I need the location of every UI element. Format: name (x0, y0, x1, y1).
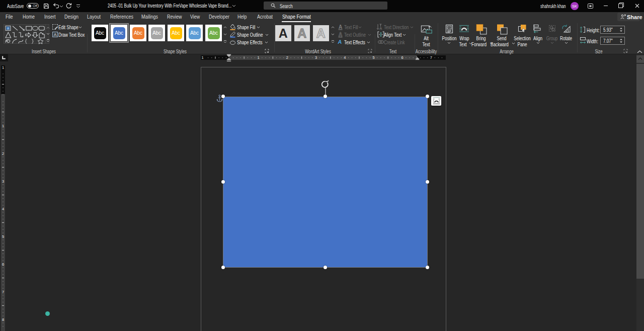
svg-text:6: 6 (2, 262, 4, 267)
svg-text:1: 1 (2, 65, 4, 70)
svg-text:3: 3 (315, 55, 317, 60)
svg-text:2: 2 (2, 151, 4, 156)
svg-text:7: 7 (430, 55, 432, 60)
svg-text:A: A (379, 26, 382, 30)
svg-text:5: 5 (372, 55, 374, 60)
svg-text:A: A (339, 24, 342, 30)
svg-text:1: 1 (201, 55, 203, 60)
svg-text:A: A (339, 32, 342, 37)
svg-text:3: 3 (2, 179, 4, 184)
svg-text:A: A (54, 32, 57, 37)
svg-text:1: 1 (2, 124, 4, 128)
svg-text:7: 7 (2, 290, 4, 294)
svg-text:5: 5 (2, 234, 4, 239)
svg-text:8: 8 (2, 317, 4, 322)
svg-text:A: A (338, 39, 342, 45)
svg-text:4: 4 (2, 207, 4, 211)
svg-text:1: 1 (258, 55, 260, 60)
svg-text:4: 4 (344, 55, 346, 60)
svg-text:6: 6 (401, 55, 404, 60)
svg-text:2: 2 (286, 55, 288, 60)
svg-text:A: A (7, 26, 10, 30)
